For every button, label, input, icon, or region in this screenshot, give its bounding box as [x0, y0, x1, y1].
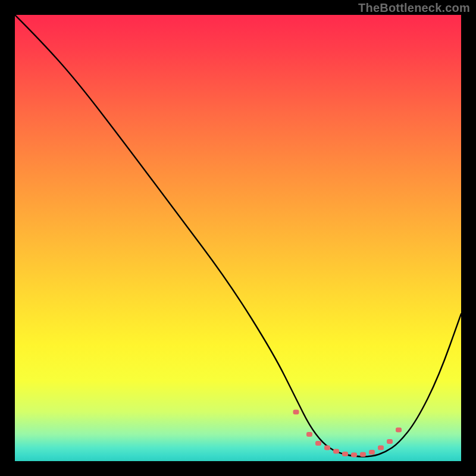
- curve-svg: [15, 15, 461, 461]
- marker-dot: [378, 446, 384, 450]
- marker-dot: [360, 452, 366, 457]
- marker-dot: [293, 410, 299, 415]
- marker-dot: [333, 449, 339, 454]
- plot-area: [15, 15, 461, 461]
- watermark-text: TheBottleneck.com: [358, 1, 470, 15]
- bottleneck-curve: [15, 15, 461, 457]
- marker-dot: [387, 439, 393, 444]
- optimal-band-markers: [293, 410, 402, 458]
- marker-dot: [306, 432, 312, 437]
- marker-dot: [351, 453, 357, 458]
- marker-dot: [324, 446, 330, 450]
- marker-dot: [315, 441, 321, 446]
- marker-dot: [369, 450, 375, 455]
- marker-dot: [342, 452, 348, 456]
- marker-dot: [396, 428, 402, 433]
- chart-frame: TheBottleneck.com: [0, 0, 476, 476]
